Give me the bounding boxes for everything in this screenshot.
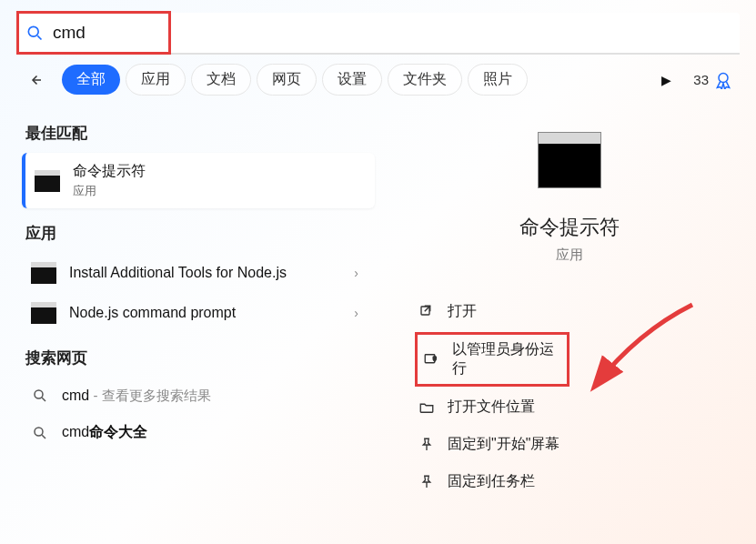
action-label: 固定到"开始"屏幕: [448, 435, 559, 454]
cmd-app-icon: [31, 302, 56, 324]
search-box[interactable]: cmd: [16, 13, 740, 55]
detail-app-icon: [538, 132, 601, 188]
svg-line-7: [42, 435, 45, 438]
pin-icon: [418, 437, 435, 453]
detail-title: 命令提示符: [404, 214, 734, 241]
back-button[interactable]: [20, 65, 51, 96]
tab-folders[interactable]: 文件夹: [388, 64, 462, 96]
arrow-left-icon: [27, 72, 44, 88]
rewards-points: 33: [693, 72, 709, 87]
svg-point-3: [719, 73, 728, 82]
web-prefix: cmd: [62, 424, 89, 439]
web-suffix-bold: 命令大全: [89, 424, 147, 439]
result-title: Install Additional Tools for Node.js: [69, 265, 287, 281]
svg-line-5: [42, 398, 45, 401]
open-icon: [418, 304, 435, 320]
pin-icon: [418, 474, 435, 490]
detail-subtitle: 应用: [404, 247, 734, 264]
rewards-medal-icon: [714, 71, 732, 89]
chevron-right-icon: ›: [354, 306, 366, 320]
action-label: 打开文件位置: [448, 398, 535, 417]
action-run-as-admin[interactable]: 以管理员身份运行: [415, 332, 570, 387]
action-open-file-location[interactable]: 打开文件位置: [415, 390, 734, 424]
detail-panel: 命令提示符 应用 打开 以管理员身份运行 打开文件位置: [382, 108, 756, 536]
cmd-app-icon: [35, 170, 60, 192]
tab-web[interactable]: 网页: [257, 64, 317, 96]
search-icon: [31, 424, 49, 442]
tab-settings[interactable]: 设置: [322, 64, 382, 96]
result-app-item[interactable]: Node.js command prompt ›: [22, 293, 375, 333]
svg-line-1: [37, 35, 41, 39]
search-icon: [31, 387, 49, 405]
shield-admin-icon: [423, 351, 439, 368]
tab-all[interactable]: 全部: [62, 65, 120, 95]
result-app-item[interactable]: Install Additional Tools for Node.js ›: [22, 253, 375, 293]
web-suffix: - 查看更多搜索结果: [89, 388, 210, 403]
search-icon: [25, 24, 44, 42]
svg-point-6: [35, 428, 43, 436]
result-best-match[interactable]: 命令提示符 应用: [22, 153, 375, 208]
search-query-text: cmd: [53, 23, 86, 43]
web-prefix: cmd: [62, 388, 89, 403]
folder-icon: [418, 399, 435, 416]
svg-point-4: [35, 390, 43, 398]
result-title: Node.js command prompt: [69, 305, 236, 321]
cmd-app-icon: [31, 262, 56, 284]
tab-docs[interactable]: 文档: [191, 64, 251, 96]
tab-photos[interactable]: 照片: [468, 64, 528, 96]
result-subtitle: 应用: [73, 183, 146, 199]
action-label: 打开: [448, 302, 477, 321]
results-column: 最佳匹配 命令提示符 应用 应用 Install Additional Tool…: [0, 108, 382, 536]
chevron-right-icon: ›: [354, 266, 366, 280]
section-best-match: 最佳匹配: [25, 123, 375, 144]
result-web-item[interactable]: cmd命令大全: [22, 414, 375, 451]
action-pin-start[interactable]: 固定到"开始"屏幕: [415, 428, 734, 461]
tab-apps[interactable]: 应用: [126, 64, 186, 96]
play-icon[interactable]: ▶: [661, 73, 671, 87]
section-search-web: 搜索网页: [25, 348, 375, 368]
action-label: 固定到任务栏: [448, 472, 535, 491]
result-title: 命令提示符: [73, 162, 146, 181]
action-open[interactable]: 打开: [415, 295, 734, 328]
rewards-badge[interactable]: 33: [693, 71, 732, 89]
action-pin-taskbar[interactable]: 固定到任务栏: [415, 465, 734, 499]
svg-point-0: [28, 26, 38, 36]
result-web-item[interactable]: cmd - 查看更多搜索结果: [22, 378, 375, 414]
action-label: 以管理员身份运行: [452, 340, 561, 378]
section-apps: 应用: [25, 223, 375, 244]
